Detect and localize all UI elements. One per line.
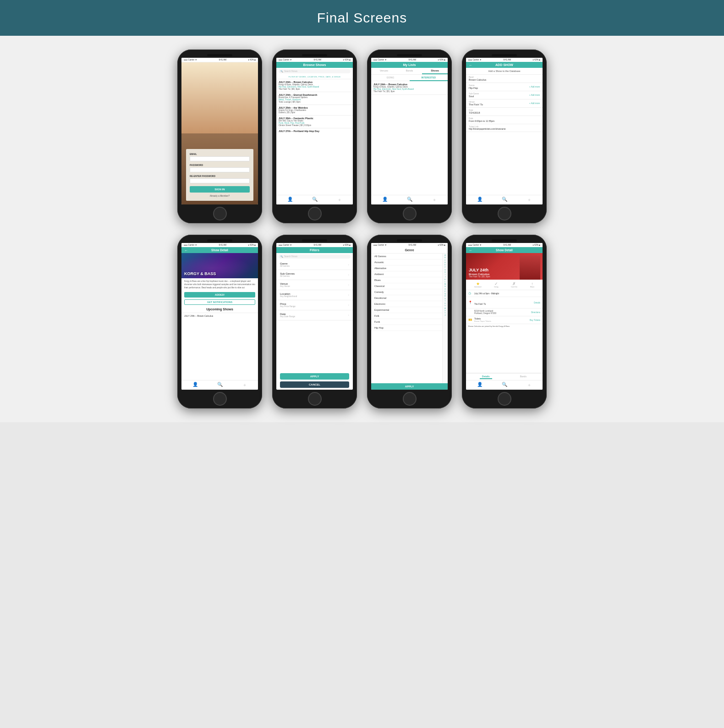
genre-alphabet: A B C D E F G H I J K L M N O	[442, 254, 448, 383]
cancel-button[interactable]: CANCEL	[280, 381, 349, 388]
genre-electronic[interactable]: Electronic	[371, 301, 442, 307]
show-item-3[interactable]: JULY 25th – the Weirdos Ergots For Ergo,…	[276, 105, 353, 116]
genre-hiphop[interactable]: Hip Hop	[371, 325, 442, 331]
search-input-browse[interactable]: 🔍 Search Shows	[279, 69, 351, 73]
genre-acoustic[interactable]: Acoustic	[371, 259, 442, 265]
email-input[interactable]	[190, 156, 250, 161]
home-button[interactable]	[213, 207, 227, 221]
nav-add-icon[interactable]: ＋	[527, 197, 532, 203]
info-banddesc: Brown Calculus are joined by friends Kor…	[466, 324, 543, 328]
filter-venue[interactable]: VenueAny Venue ›	[276, 280, 353, 290]
filters-search[interactable]: 🔍 Search Shows	[279, 254, 351, 259]
addshow-subtitle: Add a Show to the Database	[466, 68, 543, 75]
show-item-4[interactable]: JULY 26th – Fantastic Plastic Dim Wit, G…	[276, 116, 353, 128]
mylists-show-1[interactable]: JULY 24th – Brown Calculus Korgy & Bass,…	[371, 81, 448, 95]
action-interested[interactable]: ★ Interested	[474, 281, 482, 288]
nav-add-icon[interactable]: ＋	[337, 197, 342, 203]
field-time: Date From 9:00pm to 11:55pm	[466, 116, 543, 124]
signin-button[interactable]: SIGN IN	[190, 186, 250, 193]
notify-btn[interactable]: GET NOTIFICATIONS	[184, 299, 255, 305]
nav-add-icon[interactable]: ＋	[527, 382, 532, 388]
lists-tabs: Venues Bands Shows	[371, 68, 448, 75]
notch	[302, 54, 327, 56]
notch	[397, 54, 422, 56]
genre-apply-btn[interactable]: APPLY	[371, 383, 448, 390]
genre-folk[interactable]: Folk	[371, 313, 442, 319]
screen-showdetail2: ●●● Carrier ▼9:41 AM♦ 42% ■ ← Show Detai…	[466, 243, 543, 390]
upcoming-title: Upcoming Shows	[181, 306, 258, 313]
show-list: JULY 24th – Brown Calculus Korgy & Bass,…	[276, 79, 353, 195]
show-item-2[interactable]: JULY 24th – Eternal Deathmarch Brutal Av…	[276, 92, 353, 105]
home-button[interactable]	[308, 207, 322, 221]
phone-genre: ●●● Carrier ▼9:41 AM♦ 42% ■ Genre All Ge…	[367, 235, 452, 408]
filter-genre[interactable]: GenreAll Genres ›	[276, 260, 353, 270]
section-going[interactable]: GOING INTERESTED	[371, 75, 448, 81]
home-button[interactable]	[213, 392, 227, 406]
genre-ambient[interactable]: Ambient	[371, 271, 442, 277]
genre-funk[interactable]: Funk	[371, 319, 442, 325]
home-button[interactable]	[498, 207, 511, 221]
detail1-hero: KORGY & BASS	[181, 253, 258, 278]
directions-link[interactable]: Directions	[531, 311, 540, 314]
genre-alternative[interactable]: Alternative	[371, 265, 442, 271]
info-time: ◷ July 24th at 9pm - Midnight	[466, 290, 543, 297]
filter-date[interactable]: DateAny Date Range ›	[276, 310, 353, 320]
genre-all[interactable]: All Genres	[371, 254, 442, 259]
nav-search-icon[interactable]: 🔍	[407, 197, 412, 203]
nav-profile-icon[interactable]: 👤	[287, 197, 293, 203]
genre-blues[interactable]: Blues	[371, 277, 442, 283]
home-button[interactable]	[403, 207, 417, 221]
home-button[interactable]	[403, 392, 417, 406]
genre-comedy[interactable]: Comedy	[371, 289, 442, 295]
nav-profile-icon[interactable]: 👤	[382, 197, 388, 203]
password-input[interactable]	[190, 167, 250, 172]
apply-button[interactable]: APPLY	[280, 373, 349, 380]
nav-search-icon[interactable]: 🔍	[217, 382, 223, 388]
filter-price[interactable]: PriceAny Price Range ›	[276, 300, 353, 310]
upcoming-show[interactable]: JULY 24th – Brown Calculus	[181, 313, 258, 319]
home-button[interactable]	[498, 392, 511, 406]
added-btn[interactable]: ADDED!	[184, 292, 255, 298]
detail1-header: ← Show Detail	[181, 247, 258, 253]
tab-venues[interactable]: Venues	[371, 68, 397, 74]
filter-subgenres[interactable]: Sub GenresAll Genres ›	[276, 270, 353, 280]
notch	[302, 239, 327, 242]
screen-genre: ●●● Carrier ▼9:41 AM♦ 42% ■ Genre All Ge…	[371, 243, 448, 390]
action-cantgo[interactable]: ✗ Can't Go	[511, 281, 517, 288]
reenter-input[interactable]	[190, 178, 250, 183]
details-link[interactable]: Details	[534, 302, 540, 304]
screen-showdetail1: ●●● Carrier ▼9:41 AM♦ 42% ■ ← Show Detai…	[181, 243, 258, 390]
nav-search-icon[interactable]: 🔍	[502, 382, 507, 388]
tab-bands[interactable]: Bands	[397, 68, 422, 74]
field-band: Band Brown Calculus	[466, 75, 543, 83]
show-item-5[interactable]: JULY 27th – Portland Hip Hop Day	[276, 128, 353, 134]
detail2-hero: JULY 24th Brown Calculus The Fixin' To |…	[466, 253, 543, 280]
screen-login: ●●● Carrier ▼9:41 AM♦ 42% ■ EMAIL PASSWO…	[181, 58, 258, 204]
genre-devotional[interactable]: Devotional	[371, 295, 442, 301]
page-title: Final Screens	[317, 10, 407, 25]
nav-add-icon[interactable]: ＋	[432, 197, 437, 203]
page-header: Final Screens	[0, 0, 724, 36]
tab-shows[interactable]: Shows	[422, 68, 448, 74]
screen-browse: ●●● Carrier ▼9:41 AM♦ 42% ■ Browse Shows…	[276, 58, 353, 204]
action-share[interactable]: ↑ Share	[530, 281, 534, 288]
action-going[interactable]: ✓ Going	[494, 281, 498, 288]
nav-profile-icon[interactable]: 👤	[477, 382, 483, 388]
home-button[interactable]	[308, 392, 322, 406]
phones-grid: ●●● Carrier ▼9:41 AM♦ 42% ■ EMAIL PASSWO…	[0, 36, 724, 422]
filter-location[interactable]: LocationAny Neighborhood ›	[276, 290, 353, 300]
tab-details[interactable]: Details	[480, 375, 492, 379]
tab-bands[interactable]: Bands	[518, 375, 529, 379]
notch	[207, 54, 232, 56]
nav-search-icon[interactable]: 🔍	[312, 197, 318, 203]
genre-experimental[interactable]: Experimental	[371, 307, 442, 313]
show-item-1[interactable]: JULY 24th – Brown Calculus Korgy & Bass,…	[276, 79, 353, 92]
nav-add-icon[interactable]: ＋	[242, 382, 247, 388]
buy-tickets-link[interactable]: Buy Tickets	[530, 319, 540, 321]
filter-bar[interactable]: FILTER BY GENRE, LOCATION, PRICE, DATE, …	[276, 75, 353, 79]
nav-profile-icon[interactable]: 👤	[192, 382, 198, 388]
genre-classical[interactable]: Classical	[371, 283, 442, 289]
nav-search-icon[interactable]: 🔍	[502, 197, 507, 203]
nav-profile-icon[interactable]: 👤	[477, 197, 483, 203]
band-desc: Korgy & Bass are a live hip-hop/beat mus…	[181, 278, 258, 291]
